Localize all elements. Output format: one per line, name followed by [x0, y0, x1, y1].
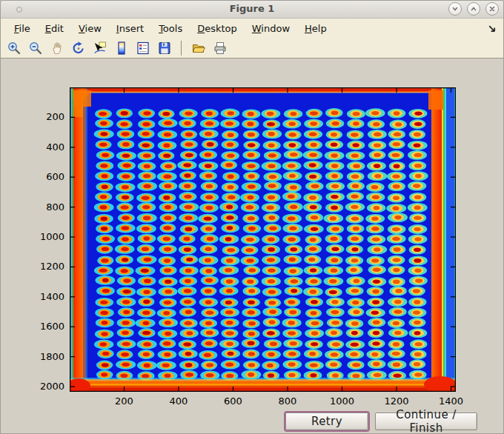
x-tick-label: 1200 — [374, 395, 419, 407]
x-tick-label: 600 — [211, 395, 256, 407]
colorbar-button[interactable] — [113, 39, 130, 56]
x-tick-label: 1000 — [320, 395, 365, 407]
colorbar-icon — [114, 41, 129, 56]
print-icon — [213, 41, 228, 56]
menu-bar: FileEditViewInsertToolsDesktopWindowHelp — [1, 19, 503, 38]
figure-canvas: 2004006008001000120014002004006008001000… — [1, 59, 503, 433]
maximize-button[interactable] — [467, 2, 480, 16]
y-tick-label: 1000 — [16, 231, 64, 242]
menu-item-tools[interactable]: Tools — [151, 20, 190, 37]
pan-button[interactable] — [48, 39, 65, 56]
zoom-out-icon — [28, 41, 43, 56]
menu-item-edit[interactable]: Edit — [38, 20, 71, 37]
save-button[interactable] — [156, 39, 173, 56]
chevron-up-icon — [470, 5, 477, 13]
menu-item-view[interactable]: View — [71, 20, 109, 37]
data-cursor-icon — [93, 41, 107, 56]
chevron-down-icon — [451, 5, 459, 13]
close-button[interactable] — [485, 2, 499, 16]
menu-item-help[interactable]: Help — [297, 20, 334, 37]
continue-finish-button[interactable]: Continue / Finish — [375, 413, 477, 430]
menu-item-desktop[interactable]: Desktop — [190, 20, 245, 37]
minimize-button[interactable] — [448, 2, 462, 16]
plot-image[interactable] — [70, 87, 456, 395]
save-icon — [157, 41, 172, 56]
y-tick-label: 1400 — [16, 291, 64, 302]
zoom-in-button[interactable] — [5, 39, 22, 56]
open-folder-icon — [191, 41, 206, 56]
x-tick-label: 200 — [102, 395, 147, 407]
dock-figure-arrow-icon[interactable] — [487, 24, 497, 36]
window-controls — [448, 2, 499, 16]
menu-item-window[interactable]: Window — [245, 20, 297, 37]
y-tick-label: 1200 — [16, 261, 64, 272]
pan-icon — [50, 41, 64, 56]
x-tick-label: 800 — [265, 395, 310, 407]
close-icon — [488, 5, 496, 13]
y-tick-label: 800 — [16, 201, 64, 213]
legend-icon — [136, 41, 150, 56]
y-tick-label: 200 — [16, 111, 64, 122]
open-folder-button[interactable] — [190, 39, 207, 56]
window-title: Figure 1 — [1, 3, 503, 14]
y-tick-label: 400 — [16, 141, 64, 153]
print-button[interactable] — [211, 39, 228, 56]
tool-bar — [1, 38, 503, 59]
rotate-3d-button[interactable] — [70, 39, 87, 56]
zoom-out-button[interactable] — [27, 39, 44, 56]
y-tick-label: 600 — [16, 171, 64, 182]
rotate-3d-icon — [71, 41, 86, 56]
y-tick-label: 2000 — [16, 381, 64, 392]
data-cursor-button[interactable] — [91, 39, 108, 56]
x-tick-label: 400 — [156, 395, 201, 407]
y-tick-label: 1600 — [16, 321, 64, 332]
title-bar[interactable]: Figure 1 — [1, 1, 503, 19]
figure-window: Figure 1 FileEditViewInsertToolsDesktopW… — [0, 0, 504, 434]
legend-button[interactable] — [134, 39, 151, 56]
toolbar-separator — [181, 41, 182, 56]
zoom-in-icon — [7, 41, 21, 56]
y-tick-label: 1800 — [16, 351, 64, 362]
retry-button[interactable]: Retry — [285, 413, 368, 430]
menu-item-insert[interactable]: Insert — [109, 20, 151, 37]
x-tick-label: 1400 — [429, 395, 474, 407]
menu-item-file[interactable]: File — [7, 20, 38, 37]
